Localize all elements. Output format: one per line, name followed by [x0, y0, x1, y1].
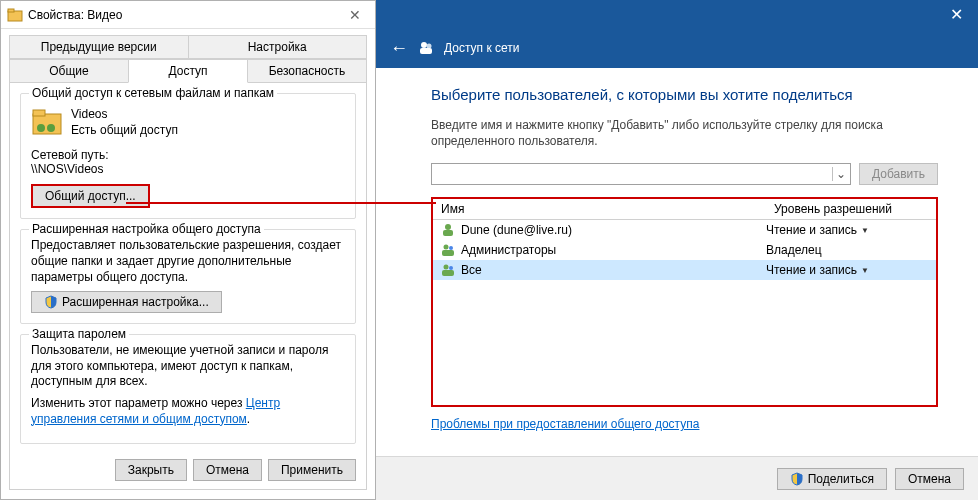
user-icon — [439, 222, 457, 238]
table-row[interactable]: ВсеЧтение и запись ▼ — [433, 260, 936, 280]
folder-name: Videos — [71, 106, 178, 122]
net-header-title: Доступ к сети — [444, 41, 519, 55]
permission-level[interactable]: Чтение и запись ▼ — [766, 263, 936, 277]
shield-icon — [44, 295, 58, 309]
shield-icon — [790, 472, 804, 486]
share-button[interactable]: Поделиться — [777, 468, 887, 490]
network-access-dialog: ✕ ← Доступ к сети Выберите пользователей… — [376, 0, 978, 500]
share-label: Поделиться — [808, 472, 874, 486]
svg-point-15 — [449, 266, 453, 270]
chevron-down-icon: ▼ — [861, 266, 869, 275]
group-advanced-share: Расширенная настройка общего доступа Пре… — [20, 229, 356, 324]
tab-general[interactable]: Общие — [9, 59, 129, 83]
svg-rect-1 — [8, 9, 14, 12]
net-header: ← Доступ к сети — [376, 28, 978, 68]
user-name: Все — [461, 263, 482, 277]
network-path-label: Сетевой путь: — [31, 148, 345, 162]
tabs-row-bottom: Общие Доступ Безопасность — [1, 59, 375, 83]
cancel-button[interactable]: Отмена — [895, 468, 964, 490]
group-password-protect: Защита паролем Пользователи, не имеющие … — [20, 334, 356, 444]
svg-rect-2 — [33, 114, 61, 134]
advanced-settings-button[interactable]: Расширенная настройка... — [31, 291, 222, 313]
net-instruction: Введите имя и нажмите кнопку "Добавить" … — [431, 117, 938, 149]
close-icon[interactable]: ✕ — [335, 1, 375, 28]
dialog-buttons: Закрыть Отмена Применить — [115, 459, 356, 481]
table-row[interactable]: Dune (dune@live.ru)Чтение и запись ▼ — [433, 220, 936, 240]
col-name[interactable]: Имя — [433, 202, 766, 216]
col-level[interactable]: Уровень разрешений — [766, 202, 936, 216]
add-button[interactable]: Добавить — [859, 163, 938, 185]
permission-level[interactable]: Чтение и запись ▼ — [766, 223, 936, 237]
apply-button[interactable]: Применить — [268, 459, 356, 481]
titlebar: Свойства: Видео ✕ — [1, 1, 375, 29]
tab-settings[interactable]: Настройка — [188, 35, 368, 59]
tab-prev-versions[interactable]: Предыдущие версии — [9, 35, 189, 59]
group-network-share: Общий доступ к сетевым файлам и папкам V… — [20, 93, 356, 219]
svg-point-12 — [449, 246, 453, 250]
folder-status: Есть общий доступ — [71, 122, 178, 138]
chevron-down-icon[interactable]: ⌄ — [832, 167, 850, 181]
shared-folder-icon — [31, 106, 63, 138]
tab-security[interactable]: Безопасность — [247, 59, 367, 83]
svg-rect-10 — [443, 230, 453, 236]
share-button[interactable]: Общий доступ... — [31, 184, 150, 208]
group-icon — [439, 242, 457, 258]
advanced-desc: Предоставляет пользовательские разрешени… — [31, 238, 345, 285]
advanced-btn-label: Расширенная настройка... — [62, 295, 209, 309]
chevron-down-icon: ▼ — [861, 226, 869, 235]
password-desc: Пользователи, не имеющие учетной записи … — [31, 343, 345, 390]
group-title: Расширенная настройка общего доступа — [29, 222, 264, 236]
folder-icon — [7, 7, 23, 23]
tab-content: Общий доступ к сетевым файлам и папкам V… — [9, 82, 367, 490]
svg-rect-8 — [420, 48, 432, 54]
annotation-connector — [126, 202, 436, 204]
password-link-line: Изменить этот параметр можно через Центр… — [31, 396, 345, 427]
net-body: Выберите пользователей, с которыми вы хо… — [376, 68, 978, 456]
svg-rect-3 — [33, 110, 45, 116]
folder-info: Videos Есть общий доступ — [71, 106, 178, 138]
user-combobox[interactable]: ⌄ — [431, 163, 851, 185]
net-footer: Поделиться Отмена — [376, 456, 978, 500]
table-header: Имя Уровень разрешений — [433, 199, 936, 220]
svg-point-5 — [47, 124, 55, 132]
svg-point-7 — [427, 44, 432, 49]
svg-point-6 — [421, 42, 427, 48]
permissions-table: Имя Уровень разрешений Dune (dune@live.r… — [431, 197, 938, 407]
network-path: \\NOS\Videos — [31, 162, 345, 176]
cancel-button[interactable]: Отмена — [193, 459, 262, 481]
troubleshoot-link[interactable]: Проблемы при предоставлении общего досту… — [431, 417, 699, 431]
user-name: Dune (dune@live.ru) — [461, 223, 572, 237]
svg-point-11 — [444, 245, 449, 250]
svg-point-9 — [445, 224, 451, 230]
net-heading: Выберите пользователей, с которыми вы хо… — [431, 86, 938, 103]
svg-rect-16 — [442, 270, 454, 276]
net-titlebar: ✕ — [376, 0, 978, 28]
tab-access[interactable]: Доступ — [128, 59, 248, 83]
properties-dialog: Свойства: Видео ✕ Предыдущие версии Наст… — [0, 0, 376, 500]
users-icon — [418, 40, 434, 56]
svg-rect-13 — [442, 250, 454, 256]
svg-point-14 — [444, 265, 449, 270]
group-title: Защита паролем — [29, 327, 129, 341]
group-icon — [439, 262, 457, 278]
permission-level[interactable]: Владелец — [766, 243, 936, 257]
close-icon[interactable]: ✕ — [934, 0, 978, 28]
title-text: Свойства: Видео — [28, 8, 122, 22]
svg-point-4 — [37, 124, 45, 132]
user-name: Администраторы — [461, 243, 556, 257]
close-button[interactable]: Закрыть — [115, 459, 187, 481]
group-title: Общий доступ к сетевым файлам и папкам — [29, 86, 277, 100]
table-row[interactable]: АдминистраторыВладелец — [433, 240, 936, 260]
tabs-row-top: Предыдущие версии Настройка — [1, 35, 375, 59]
back-icon[interactable]: ← — [390, 38, 408, 59]
